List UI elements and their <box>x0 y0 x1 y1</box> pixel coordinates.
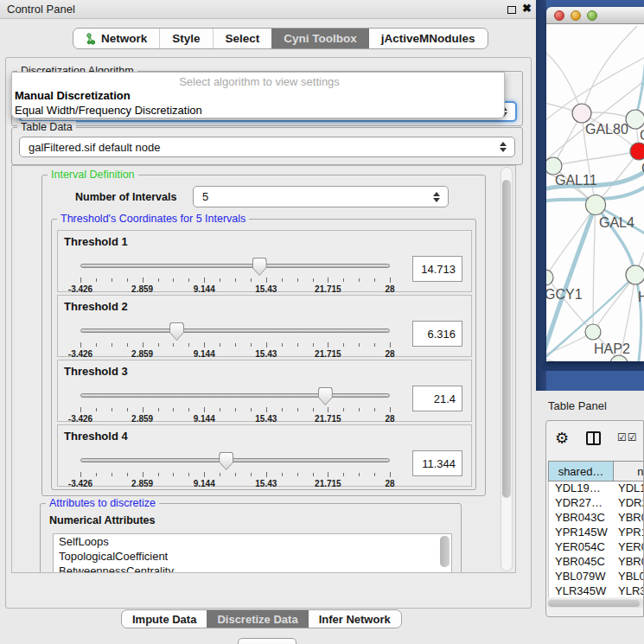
table-row[interactable]: YDR27…YDR2 <box>549 496 644 511</box>
numerical-attributes-label: Numerical Attributes <box>49 514 155 526</box>
threshold-value-field[interactable]: 6.316 <box>412 321 462 347</box>
network-node-gal4[interactable] <box>586 195 606 215</box>
cell-shared-name[interactable]: YBL079W <box>549 570 615 584</box>
cell-name[interactable]: YPR1 <box>615 526 644 540</box>
attribute-item[interactable]: TopologicalCoefficient <box>54 549 451 564</box>
tab-discretize-data[interactable]: Discretize Data <box>207 610 308 628</box>
cell-shared-name[interactable]: YLR345W <box>549 584 615 597</box>
tab-select[interactable]: Select <box>213 29 272 48</box>
threshold-panel-4: Threshold 4-3.4262.8599.14415.4321.71528… <box>57 424 472 487</box>
tab-impute-data[interactable]: Impute Data <box>122 610 207 628</box>
scrollbar-thumb[interactable] <box>502 180 511 498</box>
network-canvas[interactable]: GAL80G.CGAL11GAL4GCY1HHAP2 <box>546 24 644 361</box>
cell-shared-name[interactable]: YER054C <box>549 540 615 555</box>
cell-shared-name[interactable]: YPR145W <box>549 526 615 540</box>
control-panel-titlebar: Control Panel ✖ <box>0 0 536 19</box>
network-node-g[interactable] <box>626 110 644 129</box>
threshold-value-field[interactable]: 14.713 <box>412 256 462 282</box>
cell-shared-name[interactable]: YBR045C <box>549 555 615 570</box>
close-traffic-light-icon[interactable] <box>554 10 564 21</box>
table-row[interactable]: YER054CYER0 <box>549 540 644 555</box>
threshold-value-field[interactable]: 21.4 <box>412 386 462 411</box>
cell-name[interactable]: YDL1 <box>615 481 644 496</box>
cell-name[interactable]: YDR2 <box>615 496 644 511</box>
network-node-gal80[interactable] <box>572 104 591 123</box>
network-node-h[interactable] <box>626 265 644 284</box>
threshold-slider[interactable]: -3.4262.8599.14415.4321.71528 <box>80 451 390 486</box>
threshold-label: Threshold 2 <box>64 300 128 313</box>
tab-style[interactable]: Style <box>159 29 212 48</box>
list-scrollbar[interactable] <box>440 536 450 567</box>
network-edge[interactable] <box>553 151 639 166</box>
zoom-traffic-light-icon[interactable] <box>587 10 597 21</box>
float-window-icon[interactable] <box>507 6 516 14</box>
num-intervals-spinner[interactable]: 5 <box>193 186 449 207</box>
tab-network[interactable]: Network <box>73 29 159 48</box>
network-view-window[interactable]: GAL80G.CGAL11GAL4GCY1HHAP2 <box>546 7 644 361</box>
attribute-item[interactable]: SelfLoops <box>54 534 451 549</box>
cell-shared-name[interactable]: YDR27… <box>549 496 615 511</box>
column-header-name[interactable]: na <box>614 461 644 481</box>
slider-handle[interactable] <box>169 322 184 341</box>
apply-button[interactable]: Apply <box>238 638 296 644</box>
network-edge[interactable] <box>546 48 582 113</box>
network-node-gal11[interactable] <box>546 157 562 175</box>
cell-shared-name[interactable]: YBR043C <box>549 511 615 526</box>
dropdown-option-equal-width[interactable]: Equal Width/Frequency Discretization <box>12 104 504 117</box>
cell-name[interactable]: YER0 <box>615 540 644 555</box>
table-row[interactable]: YDL19…YDL1 <box>549 481 644 496</box>
cell-name[interactable]: YLR3 <box>615 584 644 597</box>
slider-track[interactable] <box>80 264 390 268</box>
tab-jactivemnodules[interactable]: jActiveMNodules <box>369 29 488 48</box>
slider-handle[interactable] <box>318 387 333 405</box>
slider-handle[interactable] <box>252 258 267 276</box>
tab-label: Discretize Data <box>217 613 297 626</box>
network-edge-thick[interactable] <box>635 275 641 361</box>
cell-name[interactable]: YBL0 <box>615 570 644 584</box>
column-header-shared-name[interactable]: shared… <box>548 461 614 481</box>
tab-infer-network[interactable]: Infer Network <box>309 610 401 628</box>
table-row[interactable]: YBR043CYBR0 <box>549 511 644 526</box>
network-node-hap2[interactable] <box>585 324 601 340</box>
checkbox-icons[interactable]: ☑☑ <box>617 431 638 443</box>
horizontal-scrollbar[interactable] <box>547 599 644 608</box>
cell-name[interactable]: YBR0 <box>615 511 644 526</box>
columns-icon[interactable] <box>586 431 601 445</box>
slider-track[interactable] <box>80 393 390 398</box>
network-window-titlebar[interactable] <box>546 7 644 24</box>
table-row[interactable]: YPR145WYPR1 <box>549 526 644 540</box>
node-table-panel: ⚙ ☑☑ shared… na YDL19…YDL1YDR27…YDR2YBR0… <box>545 420 644 617</box>
slider-track[interactable] <box>80 328 390 333</box>
table-row[interactable]: YLR345WYLR3 <box>549 584 644 597</box>
network-node-c[interactable] <box>630 143 644 160</box>
cell-name[interactable]: YBR0 <box>615 555 644 570</box>
network-edge[interactable] <box>593 275 635 332</box>
settings-scrollbar[interactable] <box>501 167 513 571</box>
network-edge[interactable] <box>546 205 596 277</box>
network-edge[interactable] <box>546 358 619 361</box>
cell-shared-name[interactable]: YDL19… <box>549 481 615 496</box>
network-node-gcy1[interactable] <box>546 270 553 285</box>
close-icon[interactable]: ✖ <box>522 2 532 15</box>
tab-cyni-toolbox[interactable]: Cyni Toolbox <box>271 29 369 48</box>
gear-icon[interactable]: ⚙ <box>555 429 569 448</box>
scrollbar-thumb[interactable] <box>548 600 640 607</box>
slider-handle[interactable] <box>219 452 233 470</box>
table-row[interactable]: YBR045CYBR0 <box>549 555 644 570</box>
threshold-value-field[interactable]: 11.344 <box>412 450 462 476</box>
table-data-combobox[interactable]: galFiltered.sif default node <box>19 137 515 157</box>
minimize-traffic-light-icon[interactable] <box>571 10 581 21</box>
threshold-slider[interactable]: -3.4262.8599.14415.4321.71528 <box>80 386 390 421</box>
network-node[interactable] <box>610 355 628 361</box>
numerical-attributes-list[interactable]: SelfLoopsTopologicalCoefficientBetweenne… <box>53 533 452 573</box>
dropdown-prompt-item[interactable]: Select algorithm to view settings <box>12 75 504 88</box>
attribute-item[interactable]: BetweennessCentrality <box>54 564 451 573</box>
threshold-slider[interactable]: -3.4262.8599.14415.4321.71528 <box>80 322 390 356</box>
dropdown-option-manual[interactable]: Manual Discretization <box>12 89 504 102</box>
threshold-slider[interactable]: -3.4262.8599.14415.4321.71528 <box>80 257 390 291</box>
slider-track[interactable] <box>80 458 390 462</box>
bottom-tab-bar: Impute DataDiscretize DataInfer Network <box>121 609 402 628</box>
tab-label: Select <box>226 32 260 45</box>
network-edge[interactable] <box>582 26 637 113</box>
table-row[interactable]: YBL079WYBL0 <box>549 570 644 584</box>
